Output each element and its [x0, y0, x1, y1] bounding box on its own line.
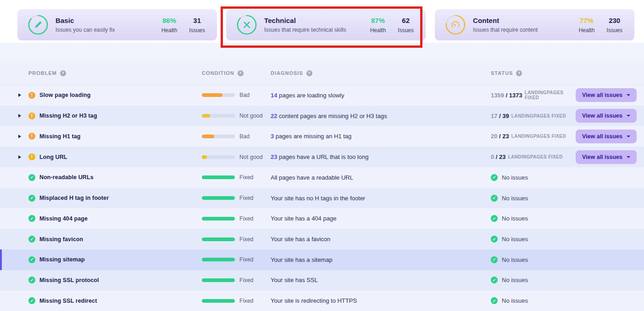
issues-value: 62 — [398, 17, 414, 24]
condition-bar — [202, 114, 235, 118]
status-cell: ✓No issues — [491, 236, 576, 243]
condition-cell: Not good — [202, 113, 271, 119]
problem-cell: ✓ Missing SSL redirect — [0, 297, 202, 304]
problem-title[interactable]: Missing 404 page — [39, 215, 88, 222]
condition-cell: Fixed — [202, 236, 271, 243]
diagnosis-cell: All pages have a readable URL — [271, 174, 491, 181]
condition-label: Fixed — [239, 195, 254, 201]
problem-title[interactable]: Missing SSL redirect — [39, 298, 97, 304]
table-row[interactable]: ! Long URL Not good 23 pages have a URL … — [0, 147, 644, 167]
condition-cell: Fixed — [202, 174, 271, 181]
diagnosis-cell: Your site has SSL — [271, 277, 491, 283]
status-cell: ✓No issues — [491, 195, 576, 202]
warning-icon: ! — [28, 92, 35, 99]
category-card-content[interactable]: Content Issues that require content 77% … — [435, 9, 634, 40]
landingpages-fixed-label: LANDINGPAGES FIXED — [511, 134, 566, 139]
problem-title[interactable]: Missing H2 or H3 tag — [39, 113, 97, 119]
problem-cell: ! Missing H2 or H3 tag — [0, 113, 202, 119]
diagnosis-cell: 14 pages are loading slowly — [271, 92, 491, 99]
total-count: 23 — [502, 133, 509, 140]
view-all-issues-button[interactable]: View all issues — [576, 88, 637, 102]
problem-title[interactable]: Misplaced H tag in footer — [39, 195, 109, 201]
card-text: Content Issues that require content — [473, 17, 567, 33]
action-cell: View all issues — [576, 150, 644, 164]
health-metric: 87% Health — [370, 17, 386, 34]
card-title: Basic — [56, 17, 150, 24]
problem-title[interactable]: Missing H1 tag — [39, 133, 81, 140]
problem-title[interactable]: Missing favicon — [39, 236, 83, 243]
caret-box — [18, 155, 28, 159]
condition-bar — [202, 278, 235, 282]
issues-metric: 62 Issues — [398, 17, 414, 34]
condition-bar — [202, 175, 235, 179]
view-all-issues-button[interactable]: View all issues — [576, 150, 637, 164]
diagnosis-cell: Your site has a 404 page — [271, 215, 491, 222]
card-title: Content — [473, 17, 567, 24]
view-all-issues-button[interactable]: View all issues — [576, 130, 637, 143]
table-row[interactable]: ✓ Missing favicon Fixed Your site has a … — [0, 229, 644, 249]
diagnosis-number: 14 — [271, 92, 277, 99]
expand-caret-icon[interactable] — [18, 114, 21, 118]
column-header-status: STATUS ? — [491, 70, 576, 76]
condition-cell: Fixed — [202, 277, 271, 283]
count-separator: / — [504, 92, 509, 99]
action-cell: View all issues — [576, 88, 644, 102]
no-issues-label: No issues — [502, 297, 528, 304]
problem-title[interactable]: Slow page loading — [39, 92, 90, 98]
condition-bar — [202, 93, 235, 97]
table-row[interactable]: ✓ Missing SSL redirect Fixed Your site i… — [0, 290, 644, 311]
card-subtitle: Issues that require technical skills — [264, 27, 358, 33]
check-icon: ✓ — [28, 236, 35, 243]
no-issues-label: No issues — [502, 215, 528, 222]
chevron-down-icon — [627, 156, 630, 158]
condition-cell: Fixed — [202, 256, 271, 263]
diagnosis-cell: Your site has no H tags in the footer — [271, 195, 491, 202]
expand-caret-icon[interactable] — [18, 155, 21, 159]
status-cell: 20 / 23LANDINGPAGES FIXED — [491, 133, 576, 140]
view-all-issues-button[interactable]: View all issues — [576, 109, 637, 123]
gauge-icon — [445, 14, 466, 35]
condition-bar — [202, 135, 235, 138]
seo-audit-page: Basic Issues you can easily fix 86% Heal… — [0, 0, 644, 311]
table-row[interactable]: ✓ Missing sitemap Fixed Your site has a … — [0, 249, 644, 270]
help-icon[interactable]: ? — [60, 70, 66, 76]
toolbar-band — [0, 43, 644, 61]
count-separator: / — [497, 113, 502, 119]
expand-caret-icon[interactable] — [18, 135, 21, 138]
card-subtitle: Issues you can easily fix — [56, 27, 150, 33]
warning-icon: ! — [28, 153, 35, 160]
table-row[interactable]: ✓ Misplaced H tag in footer Fixed Your s… — [0, 188, 644, 209]
table-row[interactable]: ✓ Non-readable URLs Fixed All pages have… — [0, 167, 644, 188]
table-row[interactable]: ✓ Missing SSL protocol Fixed Your site h… — [0, 270, 644, 291]
problem-title[interactable]: Missing SSL protocol — [39, 277, 99, 283]
help-icon[interactable]: ? — [516, 70, 522, 76]
status-cell: ✓No issues — [491, 277, 576, 283]
total-count: 1373 — [509, 92, 522, 99]
problem-title[interactable]: Missing sitemap — [39, 256, 85, 263]
problem-cell: ✓ Missing sitemap — [0, 256, 202, 263]
card-text: Basic Issues you can easily fix — [56, 17, 150, 33]
problem-title[interactable]: Long URL — [39, 154, 67, 160]
issues-label: Issues — [398, 27, 414, 34]
problem-title[interactable]: Non-readable URLs — [39, 174, 94, 181]
condition-bar — [202, 217, 235, 221]
card-subtitle: Issues that require content — [473, 27, 567, 33]
category-card-technical[interactable]: Technical Issues that require technical … — [226, 9, 426, 40]
issues-label: Issues — [189, 27, 205, 34]
health-label: Health — [370, 27, 386, 34]
check-icon: ✓ — [28, 174, 35, 181]
help-icon[interactable]: ? — [238, 70, 244, 76]
table-row[interactable]: ! Slow page loading Bad 14 pages are loa… — [0, 85, 644, 106]
category-card-basic[interactable]: Basic Issues you can easily fix 86% Heal… — [17, 9, 217, 40]
caret-box — [18, 135, 28, 138]
expand-caret-icon[interactable] — [18, 93, 21, 97]
condition-cell: Bad — [202, 92, 271, 98]
table-row[interactable]: ! Missing H2 or H3 tag Not good 22 conte… — [0, 106, 644, 126]
table-row[interactable]: ! Missing H1 tag Bad 3 pages are missing… — [0, 126, 644, 147]
count-separator: / — [497, 133, 502, 140]
diagnosis-number: 23 — [271, 153, 277, 160]
help-icon[interactable]: ? — [306, 70, 312, 76]
column-header-label: CONDITION — [202, 70, 234, 76]
problem-cell: ✓ Missing SSL protocol — [0, 277, 202, 283]
table-row[interactable]: ✓ Missing 404 page Fixed Your site has a… — [0, 208, 644, 229]
